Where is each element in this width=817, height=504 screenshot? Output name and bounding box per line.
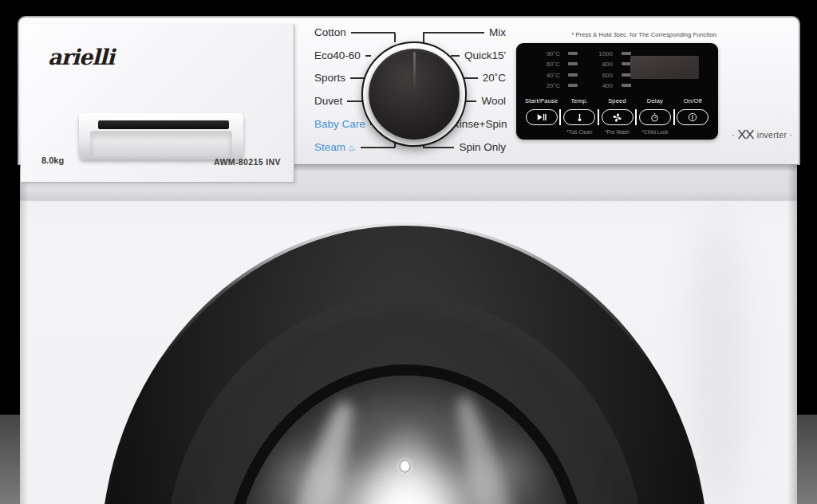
speed-indicator-icon xyxy=(622,52,631,55)
digital-display xyxy=(630,56,699,79)
indicator-row: 90˚C 1000 xyxy=(524,49,631,57)
program-label: Sports xyxy=(314,73,345,84)
program-line xyxy=(423,32,484,33)
button-label: Temp. xyxy=(560,97,598,104)
program-row-cotton: Cotton xyxy=(314,27,395,38)
program-row-eco: Eco40-60 xyxy=(314,50,371,61)
speed-option: 1000 xyxy=(578,50,613,57)
timer-icon xyxy=(649,112,660,123)
button-label: Delay xyxy=(636,97,673,104)
drawer-handle[interactable] xyxy=(79,113,243,159)
temp-indicator-icon xyxy=(568,52,578,55)
program-row-baby-care: Baby Care xyxy=(314,119,371,130)
speed-button[interactable] xyxy=(602,109,633,125)
program-label: Cotton xyxy=(314,27,346,38)
button-labels: Start/Pause Temp. Speed Delay On/Off xyxy=(523,97,712,104)
button-label: Start/Pause xyxy=(523,97,560,104)
temp-indicator-icon xyxy=(568,84,578,87)
indicator-row: 20˚C 400 xyxy=(524,81,631,89)
inverter-dot: · xyxy=(732,130,735,140)
temp-option: 90˚C xyxy=(524,50,560,57)
dial-pointer-icon xyxy=(413,52,416,90)
model-label: AWM-80215 INV xyxy=(214,157,281,167)
inverter-logo: · inverter · xyxy=(732,129,792,140)
button-label: Speed xyxy=(598,97,636,104)
control-panel: arielli 8.0kg AWM-80215 INV Cotton Eco40… xyxy=(18,16,800,165)
indicator-row: 60˚C 800 xyxy=(524,60,631,68)
program-label: Eco40-60 xyxy=(314,50,361,61)
machine-body xyxy=(20,163,797,504)
indicator-row: 40˚C 600 xyxy=(524,71,631,79)
program-row-mix: Mix xyxy=(423,27,506,38)
capacity-label: 8.0kg xyxy=(41,156,64,165)
program-label: Rinse+Spin xyxy=(452,119,507,130)
button-cell xyxy=(560,107,598,128)
program-label: Spin Only xyxy=(459,142,506,153)
button-sub-label: *Tub Clean xyxy=(560,129,598,135)
temp-button[interactable] xyxy=(563,109,595,125)
program-label: Quick15' xyxy=(464,50,506,61)
speed-option: 600 xyxy=(578,72,613,79)
temp-indicator-icon xyxy=(568,73,578,77)
program-row-sports: Sports xyxy=(314,73,365,84)
program-label: 20˚C xyxy=(483,73,506,84)
fan-icon xyxy=(612,112,622,123)
program-row-quick15: Quick15' xyxy=(451,50,506,61)
button-cell xyxy=(636,107,673,128)
program-line xyxy=(451,55,460,57)
brand-logo: arielli xyxy=(48,45,114,69)
program-line xyxy=(365,55,371,57)
inverter-dot: · xyxy=(789,130,792,140)
glass-center-mark xyxy=(399,459,411,473)
washing-machine: arielli 8.0kg AWM-80215 INV Cotton Eco40… xyxy=(18,16,800,504)
button-sub-labels: *Tub Clean *Pre Wash *Child Lock xyxy=(523,129,712,135)
program-row-duvet: Duvet xyxy=(314,96,365,107)
program-line xyxy=(350,77,365,79)
body-left-edge-shade xyxy=(20,163,28,504)
program-line xyxy=(351,32,395,33)
program-dial-knob[interactable] xyxy=(369,49,460,140)
program-line-elbow xyxy=(394,33,396,42)
speed-indicator-icon xyxy=(622,84,631,87)
program-label: Baby Care xyxy=(314,119,365,130)
temp-option: 40˚C xyxy=(524,72,560,79)
drawer-handle-slot xyxy=(98,120,229,129)
on-off-button[interactable] xyxy=(677,109,708,125)
button-sub-label xyxy=(674,129,712,135)
button-sub-label: *Child Lock xyxy=(636,129,673,135)
button-row xyxy=(523,107,712,128)
display-panel: 90˚C 1000 60˚C 800 40˚C 600 20˚C 400 xyxy=(516,43,718,140)
body-right-edge-shade xyxy=(787,163,797,504)
button-label: On/Off xyxy=(674,97,712,104)
drawer-handle-recess xyxy=(90,131,232,156)
button-cell xyxy=(523,107,560,128)
program-label: Steam xyxy=(314,142,345,153)
detergent-drawer[interactable]: arielli 8.0kg AWM-80215 INV xyxy=(21,24,294,183)
start-pause-button[interactable] xyxy=(526,109,558,125)
play-pause-icon xyxy=(536,112,547,123)
speed-option: 400 xyxy=(578,82,613,89)
temp-option: 60˚C xyxy=(524,61,560,68)
button-sub-label: *Pre Wash xyxy=(598,129,636,135)
body-reflection xyxy=(690,211,746,504)
program-label: Mix xyxy=(489,27,506,38)
press-hold-note: * Press & Hold 3sec. for The Correspondi… xyxy=(571,31,716,38)
inverter-rings-icon xyxy=(737,129,755,140)
program-row-steam: Steam♨ xyxy=(314,142,395,153)
button-sub-label xyxy=(523,129,560,135)
temp-option: 20˚C xyxy=(524,82,560,89)
program-line-elbow xyxy=(423,33,424,42)
inverter-label: inverter xyxy=(757,130,787,140)
program-dial[interactable] xyxy=(361,41,467,147)
product-photo-stage: arielli 8.0kg AWM-80215 INV Cotton Eco40… xyxy=(0,0,817,504)
steam-icon: ♨ xyxy=(348,142,356,153)
button-cell xyxy=(674,107,712,128)
program-label: Duvet xyxy=(314,96,342,107)
thermometer-icon xyxy=(574,112,585,123)
program-row-spin-only: Spin Only xyxy=(423,142,506,153)
program-line xyxy=(423,147,454,148)
button-cell xyxy=(598,107,636,128)
power-icon xyxy=(687,112,698,123)
program-line xyxy=(361,147,395,148)
delay-button[interactable] xyxy=(639,109,671,125)
